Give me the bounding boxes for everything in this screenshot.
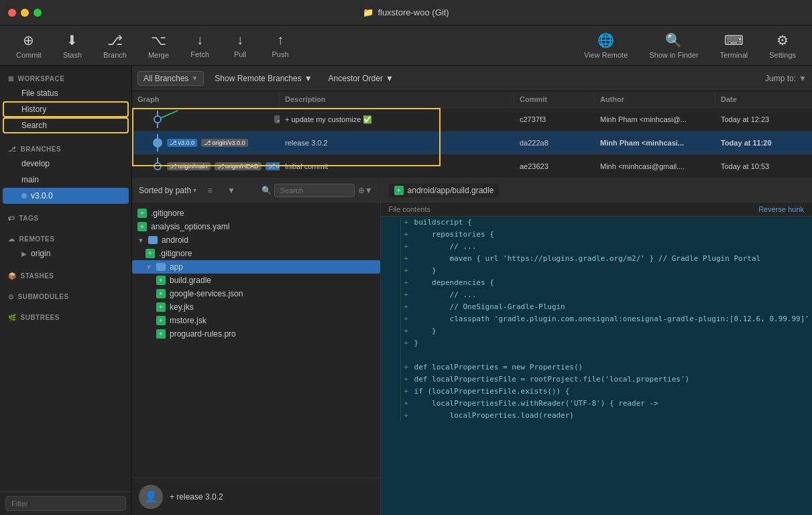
submodules-header: ⊙ SUBMODULES [0,288,131,303]
toolbar-right: 🌐 View Remote 🔍 Show in Finder ⌨ Termina… [573,28,807,63]
code-line: + classpath 'gradle.plugin.com.onesignal… [381,313,812,325]
code-line: + // ... [381,289,812,301]
file-item-key-jks[interactable]: + key.jks [132,300,380,314]
file-item-proguard[interactable]: + proguard-rules.pro [132,327,380,341]
file-item-build-gradle[interactable]: + build.gradle [132,274,380,287]
code-line: + } [381,337,812,349]
tag-origin-v3: ⎇ origin/v3.0.0 [201,139,248,147]
reverse-hunk-button[interactable]: Reverse hunk [758,205,804,213]
terminal-button[interactable]: ⌨ Terminal [709,28,759,63]
all-branches-chevron: ▼ [191,74,198,82]
branch-icon: ⎇ [107,32,123,48]
sort-selector[interactable]: Sorted by path ▾ [139,186,196,195]
commit-row-1[interactable]: ⎇ origin/develop ⎇ develop + update my c… [132,108,812,131]
close-button[interactable] [8,9,16,17]
tag-origin-develop: ⎇ origin/develop [274,115,280,123]
show-in-finder-button[interactable]: 🔍 Show in Finder [638,28,709,63]
push-button[interactable]: ↑ Push [260,28,300,62]
tab-file-icon: + [394,186,404,195]
view-remote-button[interactable]: 🌐 View Remote [573,28,638,63]
avatar: 👤 [139,485,163,509]
folder-icon: 📁 [363,7,373,17]
file-search-input[interactable] [274,184,355,197]
description-cell-2: release 3.0.2 [280,136,514,150]
commit-row-3[interactable]: ⎇ origin/main ⎇ origin/HEAD ⎇ main Initi… [132,155,812,178]
branch-label: Branch [103,51,127,59]
filename-build-gradle: build.gradle [170,276,211,285]
date-1: Today at 12:23 [715,113,812,126]
file-icon-analysis: + [137,222,147,231]
terminal-label: Terminal [720,51,748,59]
commit-row-2[interactable]: ⎇ v3.0.0 ⎇ origin/v3.0.0 release 3.0.2 d… [132,131,812,155]
file-item-mstore[interactable]: + mstore.jsk [132,314,380,327]
app-folder-icon [156,263,166,271]
filename-android-gitignore: .gitignore [159,249,192,258]
file-list-panel: Sorted by path ▾ ≡ ▼ 🔍 ⊕▼ + .git [132,178,381,515]
pull-button[interactable]: ↓ Pull [220,28,260,62]
window-title: 📁 fluxstore-woo (Git) [363,7,449,17]
description-header: Description [280,94,514,105]
file-item-android-gitignore[interactable]: + .gitignore [132,247,380,260]
fetch-button[interactable]: ↓ Fetch [180,28,220,62]
show-remote-branches-label: Show Remote Branches [215,74,301,83]
maximize-button[interactable] [34,9,42,17]
merge-icon: ⌥ [151,32,166,48]
fetch-icon: ↓ [196,32,203,48]
file-item-gitignore-root[interactable]: + .gitignore [132,207,380,220]
all-branches-selector[interactable]: All Branches ▼ [137,71,204,86]
history-label: History [21,105,46,114]
code-header: + android/app/build.gradle [381,178,812,203]
file-list-toolbar: Sorted by path ▾ ≡ ▼ 🔍 ⊕▼ [132,178,380,203]
file-icon-build-gradle: + [156,276,166,285]
code-line: + // ... [381,241,812,253]
subtrees-header: 🌿 SUBTREES [0,308,131,324]
tag-main: ⎇ main [266,162,280,170]
branch-button[interactable]: ⎇ Branch [93,28,137,63]
search-options-button[interactable]: ⊕▼ [357,182,373,198]
settings-button[interactable]: ⚙ Settings [758,28,807,63]
merge-button[interactable]: ⌥ Merge [137,28,180,63]
remotes-icon: ☁ [8,235,15,243]
code-line: + buildscript { [381,217,812,229]
sidebar-item-main[interactable]: main [3,172,129,188]
sort-chevron-button[interactable]: ▼ [223,182,239,198]
sidebar-item-search[interactable]: Search [3,117,129,133]
file-item-google-services[interactable]: + google-services.json [132,287,380,300]
code-content[interactable]: + buildscript { + repositories { + // ..… [381,217,812,515]
filter-input[interactable] [5,496,126,511]
code-line: + def localProperties = new Properties() [381,361,812,374]
file-status-label: File status [21,89,58,98]
code-toolbar: File contents Reverse hunk [381,203,812,217]
author-3: Minh <minhcasi@gmail.... [595,160,715,173]
commit-button[interactable]: ⊕ Commit [5,28,52,63]
sort-icon-button[interactable]: ≡ [202,182,218,198]
ancestor-order-chevron: ▼ [386,74,394,83]
stash-button[interactable]: ⬇ Stash [52,28,93,63]
push-icon: ↑ [277,32,284,48]
finder-icon: 🔍 [665,32,682,48]
author-1: Minh Pham <minhcasi@... [595,113,715,126]
code-line: + } [381,325,812,337]
sidebar-item-develop[interactable]: develop [3,156,129,172]
workspace-header: ⊞ WORKSPACE [0,70,131,85]
file-item-app[interactable]: ▼ app [132,260,380,274]
svg-point-2 [154,116,161,123]
file-item-android[interactable]: ▼ android [132,233,380,247]
filename-mstore: mstore.jsk [170,316,207,325]
jump-to-chevron: ▼ [799,74,807,83]
show-remote-branches-button[interactable]: Show Remote Branches ▼ [209,72,317,85]
sidebar-item-history[interactable]: History [3,101,129,117]
file-item-analysis[interactable]: + analysis_options.yaml [132,220,380,233]
code-line: + dependencies { [381,277,812,289]
code-line: + maven { url 'https://plugins.gradle.or… [381,253,812,265]
file-tab[interactable]: + android/app/build.gradle [389,184,500,197]
filename-gitignore: .gitignore [151,209,184,218]
filename-key-jks: key.jks [170,302,194,312]
commit-hash-3: ae23623 [514,160,595,173]
minimize-button[interactable] [21,9,29,17]
sidebar-item-file-status[interactable]: File status [3,85,129,101]
sidebar-item-origin[interactable]: ▶ origin [3,245,129,262]
ancestor-order-button[interactable]: Ancestor Order ▼ [323,72,399,85]
fetch-label: Fetch [190,50,209,58]
sidebar-item-v3[interactable]: v3.0.0 [3,188,129,204]
